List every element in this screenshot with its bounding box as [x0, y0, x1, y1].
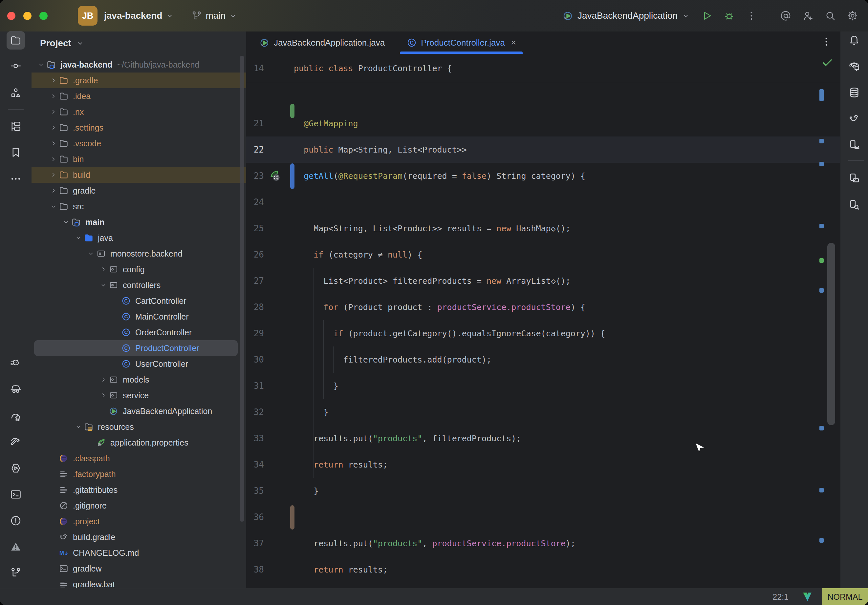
spring-endpoint-gutter-icon[interactable] [268, 169, 282, 183]
editor-tab-ProductController.java[interactable]: CProductController.java× [398, 31, 525, 54]
line-number[interactable]: 38 [250, 565, 264, 574]
tree-row-.factorypath[interactable]: .factorypath [31, 466, 246, 482]
error-stripe-mark[interactable] [819, 139, 824, 143]
code-line-26[interactable]: 26if (category ≠ null) { [246, 241, 840, 268]
tool-stripe-build-icon[interactable] [6, 433, 25, 451]
tree-row-resources[interactable]: resources [31, 419, 246, 435]
tree-row-src[interactable]: src [31, 198, 246, 214]
line-number[interactable]: 35 [250, 486, 264, 496]
caret-position[interactable]: 22:1 [772, 592, 789, 602]
line-number[interactable]: 37 [250, 538, 264, 548]
tree-row-.classpath[interactable]: .classpath [31, 450, 246, 466]
sticky-code-line[interactable]: 14public class ProductController { [246, 54, 840, 84]
run-configuration-selector[interactable]: JavaBackendApplication [563, 10, 690, 21]
debug-button[interactable] [724, 10, 735, 21]
error-stripe-mark[interactable] [819, 224, 824, 228]
chevron-down-icon[interactable] [61, 217, 71, 227]
chevron-right-icon[interactable] [49, 123, 59, 133]
maximize-window-button[interactable] [39, 12, 48, 20]
code-line-34[interactable]: 34return results; [246, 452, 840, 478]
tool-stripe-commit-icon[interactable] [6, 57, 25, 75]
tree-row-.gradle[interactable]: .gradle [31, 73, 246, 88]
tool-stripe-problems-icon[interactable] [6, 512, 25, 530]
chevron-down-icon[interactable] [49, 201, 59, 211]
editor-tab-JavaBackendApplication.java[interactable]: JavaBackendApplication.java [251, 31, 393, 54]
line-number[interactable]: 21 [250, 118, 264, 128]
line-number[interactable]: 34 [250, 460, 264, 469]
tool-stripe-structure-icon[interactable] [6, 84, 25, 102]
tool-stripe-device-manager-icon[interactable] [845, 136, 863, 154]
code-line-37[interactable]: 37results.put("products", productService… [246, 530, 840, 557]
tool-stripe-database-icon[interactable] [845, 84, 863, 102]
line-number[interactable]: 33 [250, 433, 264, 443]
code-line-23[interactable]: 23getAll(@RequestParam(required = false)… [246, 163, 840, 189]
tree-row-CartController[interactable]: CCartController [31, 293, 246, 309]
chevron-down-icon[interactable] [74, 422, 84, 432]
code-line-32[interactable]: 32} [246, 399, 840, 425]
chevron-down-icon[interactable] [36, 60, 46, 70]
code-line-39[interactable]: 39} [246, 583, 840, 588]
tool-stripe-bookmarks-icon[interactable] [6, 143, 25, 161]
code-line-35[interactable]: 35} [246, 478, 840, 504]
tool-stripe-running-devices-icon[interactable] [845, 169, 863, 187]
tree-row-.settings[interactable]: .settings [31, 120, 246, 136]
code-line-38[interactable]: 38return results; [246, 557, 840, 583]
project-tree-scrollbar[interactable] [240, 56, 244, 521]
project-selector[interactable]: java-backend [98, 11, 174, 21]
chevron-right-icon[interactable] [49, 154, 59, 164]
tool-stripe-profiler-icon[interactable] [6, 407, 25, 426]
error-stripe-mark[interactable] [819, 89, 824, 101]
error-stripe-mark[interactable] [819, 426, 824, 430]
chevron-down-icon[interactable] [74, 233, 84, 243]
ideavim-icon[interactable] [802, 591, 813, 602]
line-number[interactable]: 24 [250, 197, 264, 207]
tree-row-bin[interactable]: bin [31, 151, 246, 167]
chevron-right-icon[interactable] [49, 107, 59, 117]
code-editor[interactable]: 21@GetMapping22public Map<String, List<P… [246, 54, 840, 588]
tree-row-.vscode[interactable]: .vscode [31, 136, 246, 151]
code-line-28[interactable]: 28for (Product product : productService.… [246, 294, 840, 320]
line-number[interactable]: 32 [250, 407, 264, 417]
chevron-right-icon[interactable] [49, 91, 59, 101]
vcs-change-marker[interactable] [290, 104, 294, 118]
vcs-change-marker[interactable] [290, 505, 294, 529]
tree-row-.gitattributes[interactable]: .gitattributes [31, 482, 246, 498]
tree-row-.project[interactable]: .project [31, 514, 246, 529]
tree-row-OrderController[interactable]: COrderController [31, 325, 246, 340]
tool-stripe-notifications-icon[interactable] [845, 31, 863, 49]
tool-stripe-terminal-icon[interactable] [6, 485, 25, 504]
vcs-change-marker[interactable] [290, 163, 294, 189]
tree-row-MainController[interactable]: CMainController [31, 309, 246, 325]
tool-stripe-more-icon[interactable] [6, 170, 25, 188]
code-with-me-button[interactable] [802, 10, 814, 21]
tool-stripe-hierarchy-icon[interactable] [6, 117, 25, 136]
chevron-right-icon[interactable] [99, 375, 108, 385]
code-line-33[interactable]: 33results.put("products", filteredProduc… [246, 425, 840, 452]
tree-row-UserController[interactable]: CUserController [31, 356, 246, 372]
chevron-right-icon[interactable] [49, 170, 59, 180]
error-stripe-mark[interactable] [819, 538, 824, 543]
tool-stripe-copilot-icon[interactable] [6, 354, 25, 373]
error-stripe-mark[interactable] [819, 288, 824, 292]
tree-row-build.gradle[interactable]: build.gradle [31, 529, 246, 545]
error-stripe-mark[interactable] [819, 488, 824, 492]
line-number[interactable]: 14 [250, 63, 264, 73]
tree-row-application.properties[interactable]: application.properties [31, 435, 246, 450]
line-number[interactable]: 25 [250, 223, 264, 233]
error-stripe-mark[interactable] [819, 162, 824, 166]
code-line-29[interactable]: 29if (product.getCategory().equalsIgnore… [246, 320, 840, 347]
chevron-down-icon[interactable] [99, 280, 108, 290]
tree-row-build[interactable]: build [31, 167, 246, 183]
chevron-right-icon[interactable] [49, 76, 59, 85]
line-number[interactable]: 28 [250, 302, 264, 312]
tree-row-.gitignore[interactable]: .gitignore [31, 498, 246, 514]
tree-row-java[interactable]: java [31, 230, 246, 246]
tree-row-config[interactable]: config [31, 261, 246, 277]
tool-stripe-device-explorer-icon[interactable] [845, 195, 863, 214]
tree-row-gradle[interactable]: gradle [31, 183, 246, 198]
chevron-right-icon[interactable] [99, 390, 108, 400]
tree-row-CHANGELOG.md[interactable]: MCHANGELOG.md [31, 545, 246, 561]
tree-row-java-backend[interactable]: java-backend~/Github/java-backend [31, 57, 246, 73]
chevron-right-icon[interactable] [49, 138, 59, 148]
line-number[interactable]: 22 [250, 145, 264, 155]
